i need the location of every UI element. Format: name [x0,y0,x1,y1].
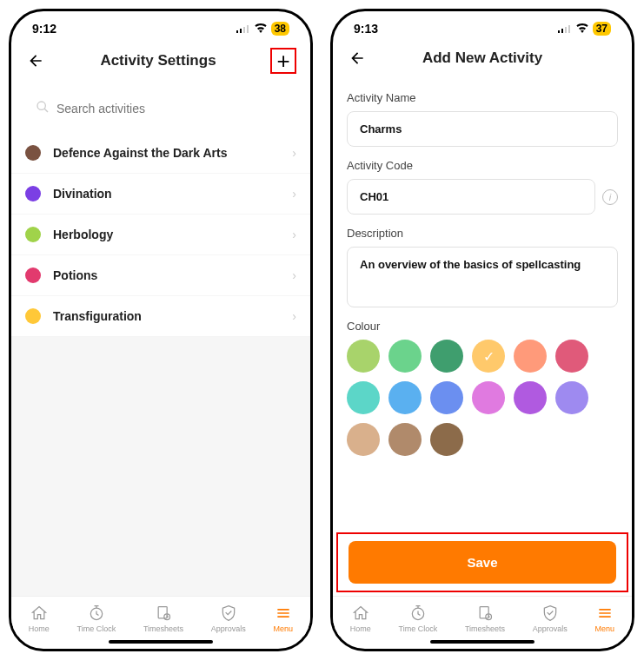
colour-option[interactable] [514,381,547,414]
activity-row[interactable]: Herbology › [11,215,310,255]
colour-option[interactable] [430,381,463,414]
label-desc: Description [347,227,618,240]
colour-option[interactable] [555,381,588,414]
status-bar: 9:13 37 [333,11,632,41]
nav-approvals[interactable]: Approvals [211,604,246,633]
colour-option[interactable] [347,381,380,414]
colour-option[interactable] [388,423,422,456]
activity-name-input[interactable] [347,111,618,147]
nav-icon [30,604,49,623]
color-dot [25,267,41,283]
search-bar[interactable] [11,84,310,133]
colour-option[interactable] [555,340,588,373]
search-input[interactable] [56,102,286,116]
nav-approvals[interactable]: Approvals [533,604,568,633]
save-button[interactable]: Save [349,541,616,584]
color-dot [25,308,41,324]
svg-rect-7 [158,607,167,618]
svg-rect-0 [236,30,238,33]
nav-icon [595,604,614,623]
status-right: 37 [558,22,611,36]
colour-option[interactable] [430,340,463,373]
nav-home[interactable]: Home [350,604,371,633]
color-dot [25,186,41,201]
nav-label: Timesheets [465,624,505,633]
nav-label: Time Clock [399,624,438,633]
nav-label: Approvals [211,624,246,633]
colour-palette [347,340,618,456]
label-code: Activity Code [347,159,618,172]
svg-rect-12 [558,30,560,33]
header: Add New Activity [333,41,632,79]
nav-icon [274,604,293,623]
nav-timesheets[interactable]: Timesheets [143,604,183,633]
label-colour: Colour [347,320,618,333]
status-bar: 9:12 38 [11,11,310,41]
page-title: Add New Activity [368,50,597,67]
wifi-icon [254,22,268,36]
nav-icon [408,604,428,623]
phone-activity-settings: 9:12 38 Activity Settings + Defence Agai… [9,9,313,651]
colour-option[interactable] [430,423,463,456]
colour-option[interactable] [388,381,422,414]
back-button[interactable] [25,50,46,71]
info-icon[interactable]: i [602,189,618,205]
color-dot [25,227,41,242]
colour-option[interactable] [472,340,505,373]
activity-label: Defence Against the Dark Arts [53,146,292,160]
activity-row[interactable]: Defence Against the Dark Arts › [11,133,310,174]
nav-time-clock[interactable]: Time Clock [399,604,438,633]
bottom-nav: HomeTime ClockTimesheetsApprovalsMenu [11,596,310,637]
nav-icon [541,604,560,623]
svg-rect-17 [480,607,488,618]
chevron-right-icon: › [292,187,296,201]
nav-menu[interactable]: Menu [595,604,615,633]
home-indicator [109,640,213,644]
color-dot [25,145,41,161]
signal-icon [558,24,572,33]
activity-label: Potions [53,268,292,282]
header: Activity Settings + [11,41,310,84]
colour-option[interactable] [472,381,505,414]
svg-rect-14 [565,27,567,33]
nav-home[interactable]: Home [29,604,50,633]
svg-rect-1 [240,29,242,33]
nav-menu[interactable]: Menu [274,604,294,633]
description-input[interactable]: An overview of the basics of spellcastin… [347,247,618,307]
wifi-icon [575,22,589,36]
chevron-right-icon: › [292,309,296,323]
nav-time-clock[interactable]: Time Clock [77,604,116,633]
svg-rect-3 [247,25,249,33]
colour-option[interactable] [347,340,380,373]
nav-icon [351,604,370,623]
status-time: 9:13 [354,22,378,36]
activity-row[interactable]: Divination › [11,174,310,215]
nav-label: Home [29,624,50,633]
signal-icon [236,24,250,33]
colour-option[interactable] [388,340,422,373]
nav-label: Menu [274,624,294,633]
nav-label: Menu [595,624,615,633]
add-button[interactable]: + [270,48,296,74]
activity-label: Transfiguration [53,309,292,323]
chevron-right-icon: › [292,228,296,241]
svg-rect-2 [243,27,245,33]
activity-row[interactable]: Potions › [11,255,310,296]
activity-code-input[interactable] [347,179,595,215]
colour-option[interactable] [347,423,380,456]
activity-label: Divination [53,187,292,201]
home-indicator [430,640,534,644]
status-time: 9:12 [32,22,56,36]
nav-timesheets[interactable]: Timesheets [465,604,505,633]
svg-point-4 [37,102,45,109]
colour-option[interactable] [514,340,547,373]
nav-label: Approvals [533,624,568,633]
page-title: Activity Settings [46,52,270,69]
search-icon [36,100,50,117]
activity-label: Herbology [53,228,292,241]
svg-rect-13 [561,29,563,33]
nav-icon [475,604,495,623]
back-button[interactable] [347,48,368,69]
chevron-right-icon: › [292,146,296,160]
activity-row[interactable]: Transfiguration › [11,296,310,337]
